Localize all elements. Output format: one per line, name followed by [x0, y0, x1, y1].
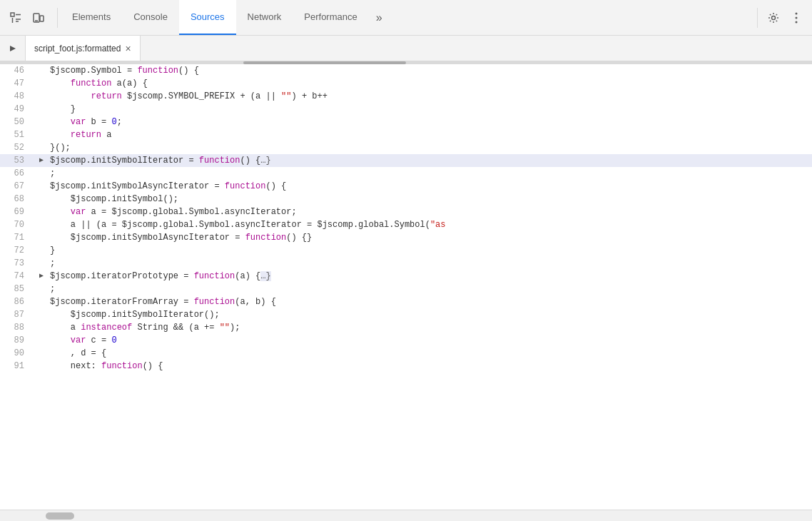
- line-content: ;: [47, 167, 812, 180]
- tab-network[interactable]: Network: [236, 0, 293, 35]
- line-number: 68: [0, 193, 36, 206]
- line-content: var b = 0;: [47, 116, 812, 128]
- device-toggle-button[interactable]: [29, 8, 49, 28]
- line-number: 74: [0, 270, 36, 283]
- line-number: 67: [0, 180, 36, 193]
- more-options-button[interactable]: [786, 8, 806, 28]
- tab-console[interactable]: Console: [122, 0, 179, 35]
- horizontal-scrollbar[interactable]: [0, 510, 812, 521]
- table-row: 67$jscomp.initSymbolAsyncIterator = func…: [0, 180, 812, 193]
- line-number: 51: [0, 128, 36, 141]
- table-row: 70 a || (a = $jscomp.global.Symbol.async…: [0, 218, 812, 231]
- line-number: 88: [0, 321, 36, 334]
- file-tab-script-foot[interactable]: script_foot.js:formatted ×: [26, 36, 141, 61]
- panel-toggle-button[interactable]: [0, 36, 26, 61]
- line-number: 89: [0, 334, 36, 347]
- table-row: 85;: [0, 283, 812, 295]
- line-number: 69: [0, 206, 36, 218]
- line-content: $jscomp.iteratorPrototype = function(a) …: [47, 270, 812, 283]
- line-number: 91: [0, 360, 36, 373]
- svg-point-9: [796, 12, 798, 14]
- line-content: $jscomp.initSymbolAsyncIterator = functi…: [47, 231, 812, 244]
- table-row: 47 function a(a) {: [0, 77, 812, 90]
- main-content: script_foot.js:formatted × 46$jscomp.Sym…: [0, 36, 812, 521]
- table-row: 74▶$jscomp.iteratorPrototype = function(…: [0, 270, 812, 283]
- table-row: 46$jscomp.Symbol = function() {: [0, 64, 812, 77]
- line-expand-arrow[interactable]: ▶: [36, 154, 47, 167]
- line-number: 70: [0, 218, 36, 231]
- line-number: 85: [0, 283, 36, 295]
- table-row: 68 $jscomp.initSymbol();: [0, 193, 812, 206]
- svg-point-8: [772, 16, 776, 19]
- tab-sources-label: Sources: [191, 11, 225, 22]
- scrollbar-thumb[interactable]: [46, 512, 74, 520]
- file-tab-bar: script_foot.js:formatted ×: [0, 36, 812, 61]
- line-number: 72: [0, 244, 36, 257]
- line-content: next: function() {: [47, 360, 812, 373]
- toolbar-icons: [6, 8, 58, 28]
- line-number: 50: [0, 116, 36, 128]
- table-row: 71 $jscomp.initSymbolAsyncIterator = fun…: [0, 231, 812, 244]
- table-row: 51 return a: [0, 128, 812, 141]
- table-row: 66;: [0, 167, 812, 180]
- line-number: 86: [0, 295, 36, 308]
- line-number: 87: [0, 308, 36, 321]
- line-number: 90: [0, 347, 36, 360]
- svg-marker-12: [10, 46, 16, 51]
- line-content: a instanceof String && (a += "");: [47, 321, 812, 334]
- line-expand-arrow[interactable]: ▶: [36, 270, 47, 283]
- line-content: ;: [47, 257, 812, 270]
- line-content: var a = $jscomp.global.Symbol.asyncItera…: [47, 206, 812, 218]
- line-content: var c = 0: [47, 334, 812, 347]
- line-content: }: [47, 244, 812, 257]
- line-content: , d = {: [47, 347, 812, 360]
- file-tab-close-button[interactable]: ×: [125, 43, 131, 54]
- line-number: 53: [0, 154, 36, 167]
- table-row: 69 var a = $jscomp.global.Symbol.asyncIt…: [0, 206, 812, 218]
- table-row: 48 return $jscomp.SYMBOL_PREFIX + (a || …: [0, 90, 812, 103]
- line-content: $jscomp.initSymbolIterator();: [47, 308, 812, 321]
- line-number: 66: [0, 167, 36, 180]
- scroll-indicator-bar: [243, 61, 406, 64]
- inspect-element-button[interactable]: [6, 8, 26, 28]
- code-editor[interactable]: 46$jscomp.Symbol = function() {47 functi…: [0, 64, 812, 510]
- table-row: 73;: [0, 257, 812, 270]
- svg-point-10: [796, 16, 798, 19]
- line-number: 47: [0, 77, 36, 90]
- table-row: 86$jscomp.iteratorFromArray = function(a…: [0, 295, 812, 308]
- svg-rect-6: [40, 16, 44, 21]
- line-content: $jscomp.initSymbolIterator = function() …: [47, 154, 812, 167]
- tab-sources[interactable]: Sources: [179, 0, 236, 35]
- table-row: 87 $jscomp.initSymbolIterator();: [0, 308, 812, 321]
- svg-rect-0: [11, 13, 14, 16]
- line-content: function a(a) {: [47, 77, 812, 90]
- line-number: 49: [0, 103, 36, 116]
- table-row: 89 var c = 0: [0, 334, 812, 347]
- tab-list: Elements Console Sources Network Perform…: [61, 0, 757, 35]
- scroll-indicator: [0, 61, 812, 64]
- tab-console-label: Console: [133, 11, 168, 22]
- line-number: 46: [0, 64, 36, 77]
- line-content: }();: [47, 141, 812, 154]
- line-content: return a: [47, 128, 812, 141]
- tab-performance-label: Performance: [304, 11, 357, 22]
- line-content: $jscomp.initSymbolAsyncIterator = functi…: [47, 180, 812, 193]
- table-row: 88 a instanceof String && (a += "");: [0, 321, 812, 334]
- line-content: }: [47, 103, 812, 116]
- line-number: 48: [0, 90, 36, 103]
- table-row: 49 }: [0, 103, 812, 116]
- table-row: 90 , d = {: [0, 347, 812, 360]
- table-row: 50 var b = 0;: [0, 116, 812, 128]
- table-row: 53▶$jscomp.initSymbolIterator = function…: [0, 154, 812, 167]
- line-content: ;: [47, 283, 812, 295]
- settings-button[interactable]: [763, 8, 783, 28]
- tab-performance[interactable]: Performance: [293, 0, 368, 35]
- line-content: return $jscomp.SYMBOL_PREFIX + (a || "")…: [47, 90, 812, 103]
- tab-elements[interactable]: Elements: [61, 0, 122, 35]
- more-tabs-button[interactable]: »: [369, 0, 390, 35]
- svg-point-11: [796, 21, 798, 23]
- line-content: $jscomp.initSymbol();: [47, 193, 812, 206]
- tab-network-label: Network: [248, 11, 282, 22]
- table-row: 72}: [0, 244, 812, 257]
- line-content: $jscomp.iteratorFromArray = function(a, …: [47, 295, 812, 308]
